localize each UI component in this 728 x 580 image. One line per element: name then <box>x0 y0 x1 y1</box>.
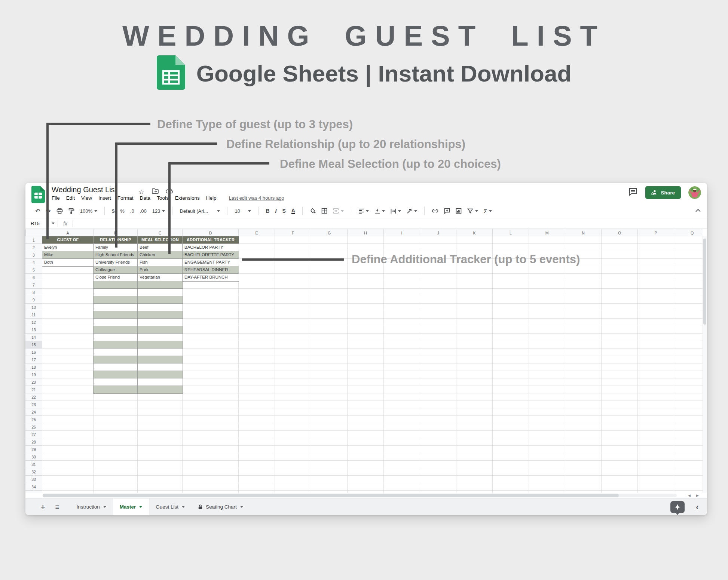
create-filter-icon[interactable] <box>467 208 478 214</box>
document-title[interactable]: Wedding Guest List <box>52 185 117 194</box>
row-header-33[interactable]: 33 <box>25 476 42 483</box>
header-cell[interactable]: MEAL SELECTION <box>138 236 183 244</box>
cell[interactable] <box>94 304 138 311</box>
row-header-26[interactable]: 26 <box>25 423 42 431</box>
tab-menu-caret[interactable] <box>182 506 185 508</box>
insert-chart-icon[interactable] <box>456 208 462 214</box>
row-header-9[interactable]: 9 <box>25 296 42 304</box>
cell[interactable] <box>94 326 138 334</box>
show-side-panel-icon[interactable]: ‹ <box>696 502 699 512</box>
cell[interactable]: Pork <box>138 266 183 274</box>
cell[interactable]: Both <box>42 259 94 266</box>
text-rotation-select[interactable] <box>407 208 417 214</box>
column-header-H[interactable]: H <box>348 229 384 236</box>
cell[interactable] <box>138 326 183 334</box>
percent-format-button[interactable]: % <box>120 208 125 214</box>
row-header-11[interactable]: 11 <box>25 311 42 319</box>
all-sheets-icon[interactable]: ≡ <box>55 503 59 511</box>
row-header-25[interactable]: 25 <box>25 416 42 423</box>
row-header-12[interactable]: 12 <box>25 319 42 326</box>
horizontal-scrollbar-thumb[interactable] <box>43 494 619 497</box>
cell[interactable] <box>94 289 138 296</box>
cell[interactable]: Chicken <box>138 251 183 259</box>
row-header-14[interactable]: 14 <box>25 334 42 341</box>
fill-color-icon[interactable] <box>310 208 316 214</box>
row-header-23[interactable]: 23 <box>25 401 42 408</box>
row-header-28[interactable]: 28 <box>25 438 42 446</box>
menu-insert[interactable]: Insert <box>98 195 111 201</box>
strikethrough-button[interactable]: S <box>282 208 286 214</box>
text-wrap-select[interactable] <box>391 208 401 214</box>
cell[interactable] <box>138 386 183 393</box>
cell[interactable]: BACHELORETTE PARTY <box>183 251 239 259</box>
cell[interactable] <box>138 296 183 304</box>
column-header-M[interactable]: M <box>529 229 565 236</box>
italic-button[interactable]: I <box>275 208 277 214</box>
menu-extensions[interactable]: Extensions <box>175 195 200 201</box>
zoom-select[interactable]: 100% <box>80 208 97 214</box>
header-cell[interactable]: GUEST OF <box>42 236 94 244</box>
vertical-scrollbar-thumb[interactable] <box>703 239 706 325</box>
scroll-left-icon[interactable]: ◀ <box>688 493 691 498</box>
undo-icon[interactable]: ↶ <box>35 208 40 215</box>
insert-comment-icon[interactable] <box>444 208 450 214</box>
vertical-scrollbar[interactable] <box>703 236 707 493</box>
row-header-24[interactable]: 24 <box>25 408 42 416</box>
cell[interactable]: ENGAGEMENT PARTY <box>183 259 239 266</box>
row-header-3[interactable]: 3 <box>25 251 42 259</box>
cell[interactable] <box>94 281 138 289</box>
row-header-17[interactable]: 17 <box>25 356 42 363</box>
menu-help[interactable]: Help <box>206 195 217 201</box>
column-header-I[interactable]: I <box>384 229 420 236</box>
cell[interactable] <box>94 334 138 341</box>
scroll-right-icon[interactable]: ▶ <box>696 493 699 498</box>
cell[interactable] <box>138 349 183 356</box>
cell[interactable]: Evelyn <box>42 244 94 251</box>
cell[interactable] <box>138 304 183 311</box>
functions-select[interactable]: Σ <box>484 208 492 214</box>
borders-icon[interactable] <box>321 208 327 214</box>
row-header-29[interactable]: 29 <box>25 446 42 453</box>
row-header-7[interactable]: 7 <box>25 281 42 289</box>
cell[interactable] <box>138 356 183 363</box>
cell[interactable]: Beef <box>138 244 183 251</box>
cell[interactable]: High School Friends <box>94 251 138 259</box>
move-folder-icon[interactable] <box>152 188 159 196</box>
cell[interactable]: Close Friend <box>94 274 138 281</box>
last-edit-link[interactable]: Last edit was 4 hours ago <box>229 195 284 201</box>
cell[interactable]: Fish <box>138 259 183 266</box>
column-header-K[interactable]: K <box>456 229 493 236</box>
row-header-1[interactable]: 1 <box>25 236 42 244</box>
cell[interactable] <box>138 281 183 289</box>
row-header-10[interactable]: 10 <box>25 304 42 311</box>
bold-button[interactable]: B <box>266 208 269 214</box>
star-icon[interactable]: ☆ <box>138 188 144 196</box>
cell[interactable] <box>94 296 138 304</box>
cell[interactable]: Vegetarian <box>138 274 183 281</box>
row-header-2[interactable]: 2 <box>25 244 42 251</box>
print-icon[interactable] <box>56 208 63 214</box>
row-header-15[interactable]: 15 <box>25 341 42 349</box>
cell[interactable] <box>94 311 138 319</box>
cell[interactable] <box>94 363 138 371</box>
row-header-19[interactable]: 19 <box>25 371 42 378</box>
cell[interactable] <box>94 319 138 326</box>
menu-data[interactable]: Data <box>140 195 151 201</box>
row-header-30[interactable]: 30 <box>25 453 42 461</box>
row-header-4[interactable]: 4 <box>25 259 42 266</box>
menu-view[interactable]: View <box>81 195 92 201</box>
horizontal-align-select[interactable] <box>358 208 369 214</box>
cell[interactable]: DAY-AFTER BRUNCH <box>183 274 239 281</box>
sheet-tab-seating-chart[interactable]: Seating Chart <box>192 498 250 515</box>
column-header-A[interactable]: A <box>42 229 94 236</box>
menu-edit[interactable]: Edit <box>66 195 75 201</box>
cell[interactable] <box>138 334 183 341</box>
menu-format[interactable]: Format <box>117 195 134 201</box>
vertical-align-select[interactable] <box>374 208 385 214</box>
share-button[interactable]: Share <box>645 186 681 199</box>
cell[interactable] <box>138 363 183 371</box>
sheet-tab-instruction[interactable]: Instruction <box>70 498 113 515</box>
sheet-tab-master[interactable]: Master <box>113 498 149 515</box>
tab-menu-caret[interactable] <box>139 506 142 508</box>
cell[interactable] <box>138 289 183 296</box>
